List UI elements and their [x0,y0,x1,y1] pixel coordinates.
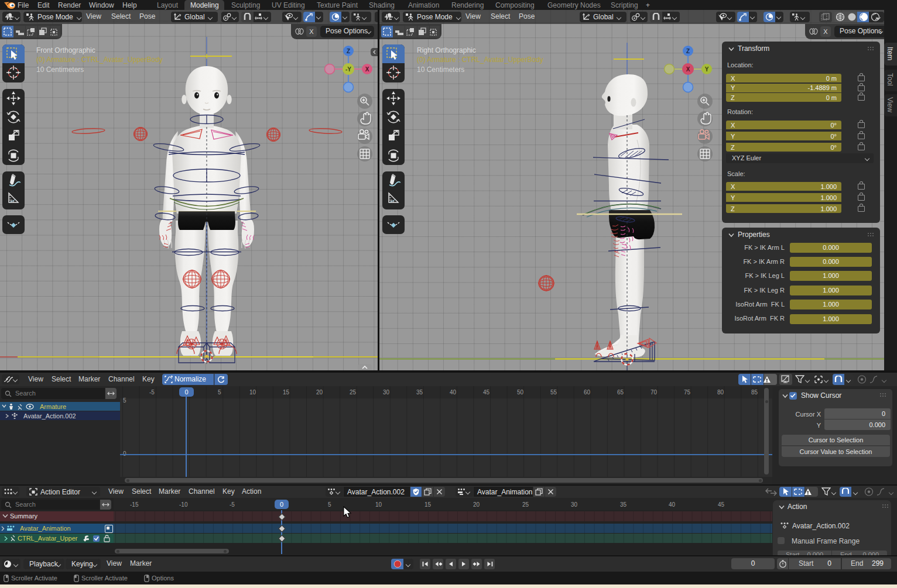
svg-text:Z: Z [686,48,690,54]
svg-text:Y: Y [705,66,709,73]
svg-text:X: X [365,66,369,73]
svg-text:X: X [686,66,690,73]
svg-text:-Y: -Y [345,66,351,73]
svg-text:Z: Z [347,48,350,54]
